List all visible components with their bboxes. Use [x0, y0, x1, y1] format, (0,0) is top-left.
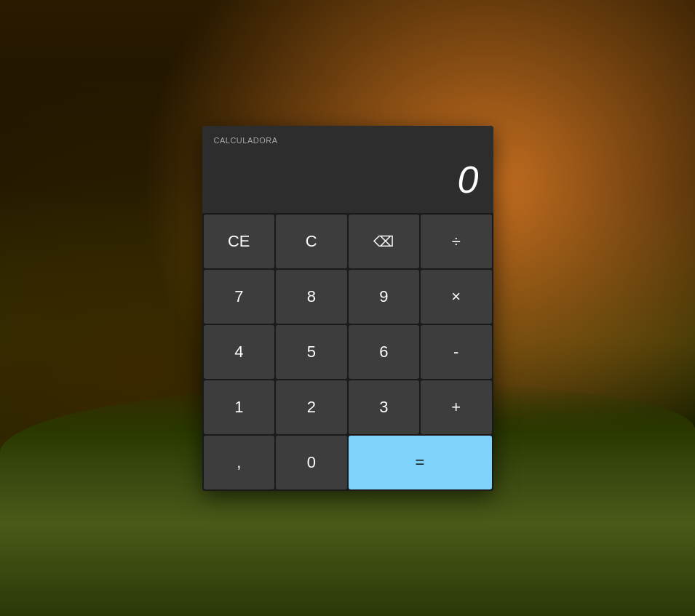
zero-button[interactable]: 0 — [276, 436, 347, 489]
multiply-button[interactable]: × — [421, 270, 492, 324]
equals-button[interactable]: = — [349, 436, 492, 489]
nine-button[interactable]: 9 — [349, 270, 420, 324]
calculator-display: 0 — [202, 151, 493, 213]
backspace-icon: ⌫ — [373, 233, 394, 250]
two-button[interactable]: 2 — [276, 380, 347, 434]
six-button[interactable]: 6 — [349, 325, 420, 379]
calculator-title: CALCULADORA — [214, 136, 278, 145]
backspace-button[interactable]: ⌫ — [349, 215, 420, 268]
calculator-keypad: CE C ⌫ ÷ 7 8 9 × 4 5 6 - 1 2 3 + , 0 — [202, 213, 493, 491]
calculator-wrapper: CALCULADORA 0 CE C ⌫ ÷ 7 8 9 × 4 5 6 - — [202, 126, 493, 491]
seven-button[interactable]: 7 — [204, 270, 275, 324]
eight-button[interactable]: 8 — [276, 270, 347, 324]
three-button[interactable]: 3 — [349, 380, 420, 434]
divide-button[interactable]: ÷ — [421, 215, 492, 268]
c-button[interactable]: C — [276, 215, 347, 268]
display-value: 0 — [458, 159, 479, 201]
plus-button[interactable]: + — [421, 380, 492, 434]
comma-button[interactable]: , — [204, 436, 275, 489]
one-button[interactable]: 1 — [204, 380, 275, 434]
minus-button[interactable]: - — [421, 325, 492, 379]
calculator-header: CALCULADORA — [202, 126, 493, 151]
four-button[interactable]: 4 — [204, 325, 275, 379]
calculator: CALCULADORA 0 CE C ⌫ ÷ 7 8 9 × 4 5 6 - — [202, 126, 493, 491]
ce-button[interactable]: CE — [204, 215, 275, 268]
five-button[interactable]: 5 — [276, 325, 347, 379]
